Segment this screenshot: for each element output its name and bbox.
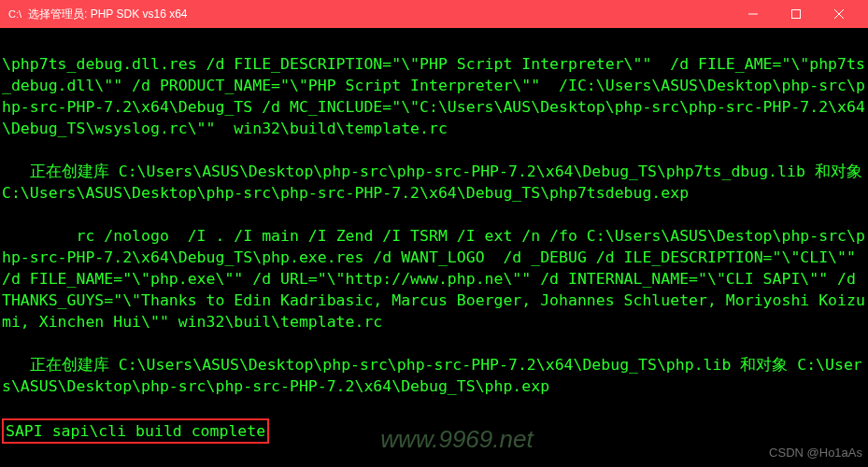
output-line: 正在创建库 C:\Users\ASUS\Desktop\php-src\php-… — [2, 354, 866, 397]
app-icon: C:\ — [7, 7, 22, 21]
window-title: 选择管理员: PHP SDK vs16 x64 — [28, 7, 732, 22]
svg-rect-1 — [792, 10, 801, 19]
output-line: SAPI sapi\cli build complete — [6, 422, 265, 440]
build-complete-highlight: SAPI sapi\cli build complete — [2, 418, 269, 444]
window-titlebar: C:\ 选择管理员: PHP SDK vs16 x64 — [0, 0, 868, 28]
close-button[interactable] — [818, 0, 861, 28]
maximize-button[interactable] — [775, 0, 818, 28]
terminal-output[interactable]: \php7ts_debug.dll.res /d FILE_DESCRIPTIO… — [0, 28, 868, 467]
output-line: 正在创建库 C:\Users\ASUS\Desktop\php-src\php-… — [2, 161, 866, 204]
output-line: \php7ts_debug.dll.res /d FILE_DESCRIPTIO… — [2, 53, 866, 139]
minimize-button[interactable] — [732, 0, 775, 28]
window-controls — [732, 0, 861, 28]
watermark-domain: www.9969.net — [380, 429, 533, 450]
watermark-author: CSDN @Ho1aAs — [769, 442, 862, 463]
output-line: rc /nologo /I . /I main /I Zend /I TSRM … — [2, 225, 866, 333]
